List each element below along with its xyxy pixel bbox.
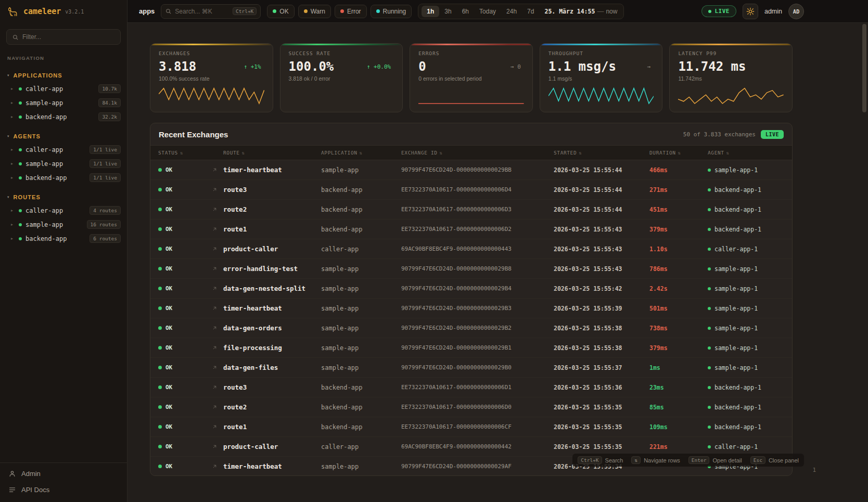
table-row[interactable]: OK data-gen-nested-split sample-app 9079…	[150, 279, 792, 299]
sidebar-item-route[interactable]: ▸ sample-app 16 routes	[0, 217, 127, 231]
status-dot	[376, 9, 380, 13]
status-filter-chip[interactable]: Error	[335, 5, 367, 18]
live-indicator[interactable]: LIVE	[701, 5, 736, 17]
open-exchange-icon[interactable]	[212, 246, 223, 252]
section-header-applications[interactable]: ▾ APPLICATIONS	[0, 69, 127, 82]
table-row[interactable]: OK route1 backend-app EE7322370A10617-00…	[150, 220, 792, 239]
status-filter-chip[interactable]: Warn	[298, 5, 331, 18]
arrow-up-right-icon	[212, 384, 218, 390]
time-range-button[interactable]: 3h	[439, 6, 456, 17]
now-button[interactable]: now	[606, 8, 620, 15]
stat-delta: ↑ +1%	[244, 63, 261, 70]
stat-card[interactable]: LATENCY P99 11.742 ms 11.742ms	[669, 43, 793, 112]
agent-cell: sample-app-1	[708, 325, 792, 332]
sidebar-filter-input[interactable]	[22, 33, 115, 41]
status-filter-chip[interactable]: Running	[371, 5, 412, 18]
sidebar-section-applications: ▾ APPLICATIONS ▸ caller-app 10.7k ▸ samp…	[0, 69, 127, 124]
sidebar-footer: Admin API Docs	[0, 462, 127, 502]
column-header-agent[interactable]: AGENT⇅	[708, 150, 792, 156]
open-exchange-icon[interactable]	[212, 424, 223, 430]
stat-card[interactable]: EXCHANGES 3.818 ↑ +1% 100.0% success rat…	[150, 43, 273, 112]
app-logo[interactable]: cameleer v3.2.1	[0, 0, 127, 23]
open-exchange-icon[interactable]	[212, 444, 223, 449]
sidebar-item-route[interactable]: ▸ caller-app 4 routes	[0, 203, 127, 217]
sidebar-item-admin[interactable]: Admin	[0, 466, 127, 482]
column-header-started[interactable]: STARTED⇅	[554, 150, 649, 156]
table-row[interactable]: OK timer-heartbeat sample-app 90799F47E6…	[150, 160, 792, 180]
time-range-button[interactable]: 7d	[522, 6, 539, 17]
status-dot	[158, 385, 162, 389]
open-exchange-icon[interactable]	[212, 167, 223, 173]
open-exchange-icon[interactable]	[212, 404, 223, 410]
open-exchange-icon[interactable]	[212, 384, 223, 390]
page-indicator: 1	[812, 467, 816, 473]
table-row[interactable]: OK error-handling-test sample-app 90799F…	[150, 259, 792, 279]
open-exchange-icon[interactable]	[212, 305, 223, 311]
started-timestamp: 2026-03-25 15:55:43	[554, 265, 649, 273]
sidebar-item-agent[interactable]: ▸ backend-app 1/1 live	[0, 171, 127, 185]
open-exchange-icon[interactable]	[212, 365, 223, 370]
stat-card[interactable]: SUCCESS RATE 100.0% ↑ +0.0% 3.818 ok / 0…	[280, 43, 403, 112]
table-row[interactable]: OK data-gen-files sample-app 90799F47E6C…	[150, 358, 792, 378]
column-header-status[interactable]: STATUS⇅	[158, 150, 212, 156]
open-exchange-icon[interactable]	[212, 266, 223, 272]
sidebar-item-agent[interactable]: ▸ sample-app 1/1 live	[0, 157, 127, 171]
open-exchange-icon[interactable]	[212, 226, 223, 232]
section-header-agents[interactable]: ▾ AGENTS	[0, 130, 127, 143]
exchange-id: EE7322370A10617-00000000000006CF	[401, 423, 554, 430]
table-row[interactable]: OK route1 backend-app EE7322370A10617-00…	[150, 417, 792, 437]
open-exchange-icon[interactable]	[212, 187, 223, 192]
table-row[interactable]: OK timer-heartbeat sample-app 90799F47E6…	[150, 299, 792, 318]
sidebar-item-agent[interactable]: ▸ caller-app 1/1 live	[0, 143, 127, 157]
sidebar-item-application[interactable]: ▸ backend-app 32.2k	[0, 110, 127, 124]
sidebar-item-application[interactable]: ▸ sample-app 84.1k	[0, 96, 127, 110]
sidebar-filter[interactable]	[6, 29, 121, 45]
open-exchange-icon[interactable]	[212, 345, 223, 351]
route-name: product-caller	[223, 245, 321, 253]
sidebar-item-application[interactable]: ▸ caller-app 10.7k	[0, 82, 127, 96]
table-row[interactable]: OK product-caller caller-app 69AC90BF8EB…	[150, 239, 792, 259]
agent-status-dot	[708, 228, 711, 231]
sidebar-item-api-docs[interactable]: API Docs	[0, 482, 127, 498]
stat-label: LATENCY P99	[678, 50, 784, 56]
time-range-button[interactable]: 6h	[457, 6, 474, 17]
application-name: sample-app	[321, 265, 401, 273]
arrow-up-right-icon	[212, 305, 218, 311]
stat-card[interactable]: THROUGHPUT 1.1 msg/s → 1.1 msg/s	[540, 43, 663, 112]
section-header-routes[interactable]: ▾ ROUTES	[0, 191, 127, 203]
open-exchange-icon[interactable]	[212, 464, 223, 469]
route-name: product-caller	[223, 443, 321, 450]
theme-toggle-button[interactable]	[743, 4, 758, 19]
open-exchange-icon[interactable]	[212, 325, 223, 331]
search-input[interactable]	[175, 8, 229, 15]
open-exchange-icon[interactable]	[212, 207, 223, 212]
status-filter-chip[interactable]: OK	[267, 5, 294, 18]
scrollbar-thumb[interactable]	[862, 24, 866, 112]
time-range-button[interactable]: 24h	[501, 6, 522, 17]
open-exchange-icon[interactable]	[212, 286, 223, 291]
column-header-application[interactable]: APPLICATION⇅	[321, 150, 401, 156]
application-name: backend-app	[321, 423, 401, 431]
exchange-id: 69AC90BF8EBC4F9-0000000000000443	[401, 246, 554, 252]
table-row[interactable]: OK route3 backend-app EE7322370A10617-00…	[150, 180, 792, 200]
table-row[interactable]: OK route2 backend-app EE7322370A10617-00…	[150, 200, 792, 220]
search-shortcut-kbd: Ctrl+K	[233, 7, 257, 15]
time-range-button[interactable]: 1h	[422, 6, 439, 17]
table-row[interactable]: OK file-processing sample-app 90799F47E6…	[150, 338, 792, 358]
table-row[interactable]: OK data-gen-orders sample-app 90799F47E6…	[150, 318, 792, 338]
table-row[interactable]: OK route2 backend-app EE7322370A10617-00…	[150, 397, 792, 417]
stat-label: SUCCESS RATE	[289, 50, 394, 56]
global-search[interactable]: Ctrl+K	[161, 4, 261, 19]
avatar[interactable]: AD	[788, 4, 804, 19]
duration-value: 221ms	[649, 443, 708, 450]
column-header-route[interactable]: ROUTE⇅	[223, 150, 321, 156]
time-range-button[interactable]: Today	[474, 6, 501, 17]
stat-card[interactable]: ERRORS 0 → 0 0 errors in selected period	[410, 43, 533, 112]
status-cell: OK	[158, 285, 212, 292]
table-row[interactable]: OK route3 backend-app EE7322370A10617-00…	[150, 378, 792, 397]
keyboard-hint: Enter Open detail	[688, 456, 742, 464]
column-header-duration[interactable]: DURATION⇅	[649, 150, 708, 156]
column-header-exchange-id[interactable]: EXCHANGE ID⇅	[401, 150, 554, 156]
sidebar-item-route[interactable]: ▸ backend-app 6 routes	[0, 231, 127, 246]
status-dot	[158, 366, 162, 369]
